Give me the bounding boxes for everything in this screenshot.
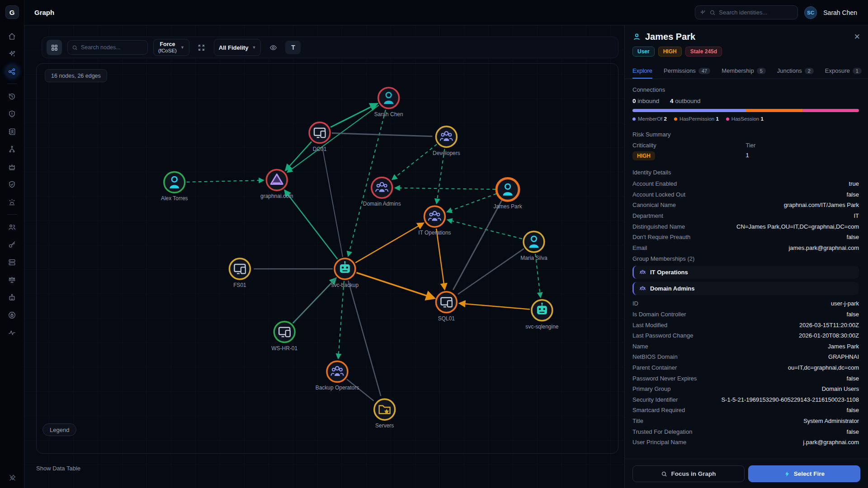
avatar[interactable]: SC bbox=[804, 6, 817, 19]
identity-details: Account EnabledtrueAccount Locked Outfal… bbox=[632, 178, 859, 253]
graph-node-backup-operators[interactable]: Backup Operators bbox=[316, 361, 359, 391]
tab-membership[interactable]: Membership5 bbox=[722, 64, 766, 79]
scales-icon bbox=[8, 276, 16, 284]
sidebar-item-id-card[interactable] bbox=[5, 124, 19, 139]
detail-key: Name bbox=[632, 343, 648, 350]
edge-svc-sqlengine-SQL01 bbox=[460, 303, 530, 309]
fit-view-button[interactable] bbox=[195, 40, 208, 55]
detail-row: IDuser-j-park bbox=[632, 298, 859, 309]
detail-row: User Principal Namej.park@graphnai.com bbox=[632, 437, 859, 448]
node-label: svc-backup bbox=[331, 282, 359, 288]
sidebar-item-shield-check[interactable] bbox=[5, 177, 19, 192]
pin-off-icon[interactable] bbox=[0, 474, 24, 482]
sidebar-item-sparkles[interactable] bbox=[5, 47, 19, 61]
sidebar-item-graph[interactable] bbox=[5, 64, 19, 79]
edge-DC01-Developers bbox=[332, 133, 433, 136]
detail-row: Last Modified2026-03-15T11:20:00Z bbox=[632, 319, 859, 330]
tier-label: Tier bbox=[746, 142, 859, 149]
sidebar-item-lock-circle[interactable] bbox=[5, 308, 19, 322]
sidebar-item-servers[interactable] bbox=[5, 255, 19, 269]
sidebar-divider bbox=[7, 214, 17, 215]
key-icon bbox=[8, 240, 16, 249]
edge-svc-backup-Backup Operators bbox=[338, 281, 344, 358]
graph-node-alex-torres[interactable]: Alex Torres bbox=[161, 172, 188, 202]
layout-line1: Force bbox=[160, 41, 175, 47]
sidebar-item-crown[interactable] bbox=[5, 160, 19, 174]
detail-row: NetBIOS DomainGRAPHNAI bbox=[632, 352, 859, 362]
legend-button[interactable]: Legend bbox=[42, 423, 76, 436]
graph-node-james-park[interactable]: James Park bbox=[493, 178, 522, 210]
edge-svc-backup-IT Operations bbox=[355, 224, 423, 263]
sidebar-item-activity[interactable] bbox=[5, 325, 19, 340]
identity-search[interactable] bbox=[695, 5, 798, 19]
sidebar-item-home[interactable] bbox=[5, 29, 19, 43]
sidebar-item-key[interactable] bbox=[5, 237, 19, 252]
chevron-down-icon: ▼ bbox=[252, 45, 256, 50]
sidebar-item-shield-alert[interactable] bbox=[5, 107, 19, 121]
grid-view-button[interactable] bbox=[47, 40, 62, 55]
sidebar-item-robot[interactable] bbox=[5, 290, 19, 305]
sidebar-item-hierarchy[interactable] bbox=[5, 142, 19, 156]
inbound-label: inbound bbox=[637, 98, 659, 104]
node-search[interactable] bbox=[67, 40, 148, 55]
sidebar-item-siren[interactable] bbox=[5, 195, 19, 209]
graph-node-svc-backup[interactable]: svc-backup bbox=[331, 258, 359, 288]
detail-value: System Administrator bbox=[803, 418, 859, 424]
identity-search-input[interactable] bbox=[719, 9, 793, 16]
sidebar-item-history[interactable] bbox=[5, 89, 19, 103]
layout-select[interactable]: Force (fCoSE) ▼ bbox=[153, 39, 189, 56]
edge-Sarah Chen-graphnai.com bbox=[288, 105, 379, 172]
fidelity-select[interactable]: All Fidelity ▼ bbox=[214, 39, 261, 56]
detail-key: Canonical Name bbox=[632, 202, 676, 208]
app-root: G Graph SC Sarah Chen bbox=[0, 0, 868, 488]
edge-James Park-SQL01 bbox=[453, 200, 502, 290]
edge-Developers-IT Operations bbox=[437, 149, 445, 202]
show-data-table-link[interactable]: Show Data Table bbox=[36, 465, 80, 472]
identity-heading: Identity Details bbox=[632, 169, 859, 176]
tab-permissions[interactable]: Permissions47 bbox=[664, 64, 710, 79]
detail-row: Trusted For Delegationfalse bbox=[632, 426, 859, 437]
node-search-input[interactable] bbox=[81, 44, 143, 51]
tab-explore[interactable]: Explore bbox=[632, 64, 652, 79]
graph-node-dc01[interactable]: DC01 bbox=[309, 122, 330, 152]
tab-exposure[interactable]: Exposure1 bbox=[825, 64, 862, 79]
select-fire-button[interactable]: Select Fire bbox=[748, 465, 860, 482]
legend-dot bbox=[674, 117, 677, 121]
membership-row[interactable]: IT Operations bbox=[632, 266, 859, 279]
network-graph[interactable]: Sarah ChenDC01DevelopersAlex Torresgraph… bbox=[37, 64, 618, 453]
graph-node-fs01[interactable]: FS01 bbox=[230, 258, 250, 288]
graph-canvas[interactable]: Sarah ChenDC01DevelopersAlex Torresgraph… bbox=[36, 63, 618, 454]
visibility-toggle[interactable] bbox=[266, 40, 280, 55]
node-label: Developers bbox=[433, 150, 460, 156]
node-label: James Park bbox=[493, 203, 522, 210]
tab-junctions[interactable]: Junctions2 bbox=[777, 64, 814, 79]
graph-node-domain-admins[interactable]: Domain Admins bbox=[363, 177, 401, 207]
graph-node-sql01[interactable]: SQL01 bbox=[436, 292, 457, 322]
home-icon bbox=[8, 32, 16, 41]
graph-node-graphnai-com[interactable]: graphnai.com bbox=[260, 169, 293, 199]
graph-node-svc-sqlengine[interactable]: svc-sqlengine bbox=[525, 300, 559, 330]
graph-node-servers[interactable]: Servers bbox=[374, 399, 395, 429]
graph-node-maria-silva[interactable]: Maria Silva bbox=[520, 231, 547, 261]
graph-node-ws-hr-01[interactable]: WS-HR-01 bbox=[271, 322, 297, 352]
lightning-icon bbox=[784, 471, 790, 477]
risk-summary: Criticality HIGH Tier 1 bbox=[632, 142, 859, 160]
sidebar-item-users[interactable] bbox=[5, 220, 19, 234]
detail-value: j.park@graphnai.com bbox=[803, 439, 859, 446]
type-badge: User bbox=[632, 47, 655, 56]
pin-off-icon bbox=[9, 474, 16, 482]
graph-node-sarah-chen[interactable]: Sarah Chen bbox=[374, 88, 403, 117]
node-label: SQL01 bbox=[438, 315, 455, 322]
legend-item: HasPermission 1 bbox=[674, 116, 719, 122]
graph-node-it-operations[interactable]: IT Operations bbox=[418, 206, 451, 236]
node-label: Maria Silva bbox=[520, 255, 547, 261]
sidebar-item-scales[interactable] bbox=[5, 272, 19, 287]
topbar-right: SC Sarah Chen bbox=[695, 5, 857, 19]
connections-legend: MemberOf 2HasPermission 1HasSession 1 bbox=[632, 116, 859, 122]
node-label: WS-HR-01 bbox=[271, 345, 297, 352]
focus-in-graph-button[interactable]: Focus in Graph bbox=[632, 465, 745, 482]
graph-node-developers[interactable]: Developers bbox=[433, 127, 460, 156]
membership-row[interactable]: Domain Admins bbox=[632, 282, 859, 295]
close-icon[interactable]: ✕ bbox=[854, 33, 860, 41]
labels-toggle[interactable]: T bbox=[285, 41, 301, 54]
